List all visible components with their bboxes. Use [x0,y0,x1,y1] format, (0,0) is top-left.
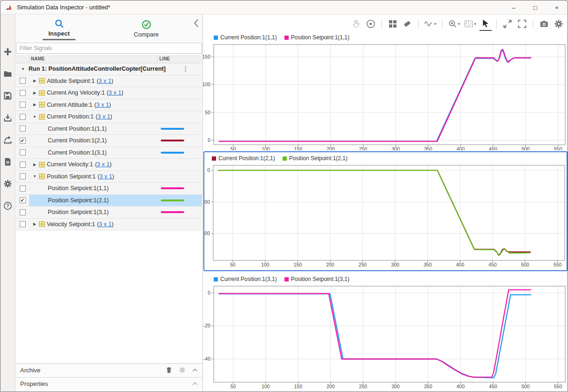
expand-triangle-icon[interactable]: ▶ [32,163,37,167]
group-row[interactable]: ▼Current Position:1(3 x 1) [16,111,202,123]
filter-signals-input[interactable] [16,43,202,54]
pan-button[interactable] [350,17,362,31]
group-row[interactable]: ▶Current Velocity:1(3 x 1) [16,159,202,171]
fullscreen-button[interactable] [516,17,528,31]
expand-triangle-icon[interactable]: ▶ [32,91,37,95]
signal-row[interactable]: Current Position:1(3,1) [16,147,202,159]
properties-bar[interactable]: Properties [15,377,202,390]
chart-plot[interactable]: 501001502002503003504004505005500-20-40 [203,272,568,392]
expand-icon [503,19,512,29]
signal-checkbox[interactable] [20,162,26,168]
signal-checkbox[interactable] [20,149,26,155]
collapse-triangle-icon[interactable]: ▼ [32,115,37,119]
line-style-swatch [161,152,184,154]
chart-plot[interactable]: 5010015020025030035040045050055005010015… [203,33,568,150]
legend-swatch [212,156,216,161]
chart-legend: Current Position:1(3,1)Position Setpoint… [214,276,349,282]
help-button[interactable]: ? [0,195,15,217]
chevron-up-icon[interactable] [192,382,198,385]
svg-text:150: 150 [294,384,302,389]
svg-text:200: 200 [327,384,335,389]
clear-plots-button[interactable] [401,17,413,31]
properties-label: Properties [20,380,48,387]
collapse-triangle-icon[interactable]: ▼ [32,174,37,178]
signal-checkbox[interactable] [20,102,26,108]
signal-checkbox[interactable] [20,126,26,132]
export-button[interactable] [0,129,15,151]
report-button[interactable] [0,151,15,173]
open-folder-button[interactable] [0,63,15,85]
expand-button[interactable] [501,17,514,31]
minimize-button[interactable]: – [503,0,524,15]
snapshot-button[interactable] [538,17,550,31]
import-icon [3,113,12,122]
pointer-button[interactable] [479,17,492,31]
group-row[interactable]: ▶Attitude Setpoint:1(3 x 1) [16,75,202,88]
group-row[interactable]: ▶Velocity Setpoint:1(3 x 1) [16,219,202,231]
preferences-button[interactable] [0,173,15,195]
import-button[interactable] [0,107,15,129]
archive-bar[interactable]: Archive [15,363,202,376]
svg-text:100: 100 [261,262,269,267]
open-folder-icon [3,69,12,78]
dimensions-link[interactable]: 3 x 1 [109,89,121,96]
signal-checkbox[interactable] [20,114,26,120]
expand-triangle-icon[interactable]: ▶ [32,222,37,226]
legend-item: Position Setpoint:1(3,1) [284,276,350,282]
dimensions-link[interactable]: 3 x 1 [98,78,111,84]
maximize-button[interactable]: □ [524,0,546,15]
group-row[interactable]: ▶Current Ang Velocity:1(3 x 1) [16,87,202,99]
chevron-up-icon[interactable] [192,368,198,372]
replay-button[interactable] [365,17,377,31]
signal-checkbox[interactable] [20,185,26,192]
save-button[interactable] [0,85,15,107]
settings-button[interactable] [553,17,565,31]
signal-row[interactable]: ✔Current Position:1(2,1) [16,135,202,147]
signal-row[interactable]: ✔Position Setpoint:1(2,1) [16,195,202,207]
signal-cursor-button[interactable]: ▾ [423,17,437,31]
signal-row[interactable]: Current Position:1(1,1) [16,123,202,135]
chart-plot[interactable]: 501001502002503003504004505005500-100-20… [204,152,567,270]
trash-icon[interactable] [165,366,172,374]
signal-checkbox[interactable]: ✔ [20,197,26,203]
signal-checkbox[interactable] [20,173,26,179]
gear-icon[interactable] [179,367,186,373]
chevron-left-icon [193,18,200,28]
close-button[interactable]: × [546,0,568,15]
dimensions-link[interactable]: 3 x 1 [96,102,109,108]
collapse-triangle-icon[interactable]: ▼ [20,67,26,71]
chart-2-selection-frame: Current Position:1(2,1)Position Setpoint… [203,151,568,271]
svg-text:400: 400 [456,146,465,150]
expand-triangle-icon[interactable]: ▶ [32,103,37,107]
run-menu-kebab-icon[interactable]: ⋮ [182,65,189,73]
fit-to-view-button[interactable]: ▾ [463,17,477,31]
svg-text:300: 300 [391,262,399,267]
dimensions-link[interactable]: 3 x 1 [97,113,110,120]
signal-checkbox[interactable] [20,209,26,215]
dimensions-link[interactable]: 3 x 1 [99,173,112,180]
chart-3[interactable]: Current Position:1(3,1)Position Setpoint… [203,272,568,392]
signal-row[interactable]: Position Setpoint:1(3,1) [16,207,202,219]
chart-2[interactable]: Current Position:1(2,1)Position Setpoint… [204,152,567,270]
collapse-sidebar-button[interactable] [193,18,200,26]
dimensions-link[interactable]: 3 x 1 [99,221,112,228]
group-row[interactable]: ▼Position Setpoint:1(3 x 1) [16,171,202,183]
group-row[interactable]: ▶Current Attitude:1(3 x 1) [16,99,202,111]
dimensions-link[interactable]: 3 x 1 [97,161,110,168]
signal-checkbox[interactable]: ✔ [20,138,26,144]
zoom-button[interactable]: ▾ [447,17,461,31]
subplot-layout-button[interactable] [387,17,399,31]
signal-checkbox[interactable] [20,78,26,84]
add-button[interactable] [0,41,15,63]
signal-row[interactable]: Position Setpoint:1(1,1) [16,183,202,195]
run-header-row[interactable]: ▼ Run 1: PositionAttitudeControllerCopte… [16,63,202,75]
expand-triangle-icon[interactable]: ▶ [32,79,37,83]
signal-rows: ▶Attitude Setpoint:1(3 x 1)▶Current Ang … [16,75,202,231]
chart-1[interactable]: Current Position:1(1,1)Position Setpoint… [203,33,568,150]
svg-text:50: 50 [230,262,236,267]
signal-checkbox[interactable] [20,90,26,96]
legend-swatch [214,277,218,281]
signal-checkbox[interactable] [20,221,26,227]
tab-inspect[interactable]: Inspect [15,15,103,42]
tab-compare[interactable]: Compare [103,15,190,42]
